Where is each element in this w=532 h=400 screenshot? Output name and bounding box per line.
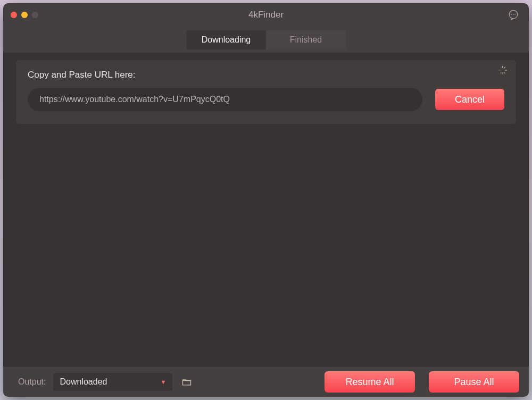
content-area: Copy and Paste URL here: Cancel — [3, 53, 529, 366]
caret-down-icon: ▼ — [161, 379, 167, 385]
output-folder-select[interactable]: Downloaded ▼ — [53, 373, 172, 391]
output-folder-value: Downloaded — [60, 377, 107, 387]
window-title: 4kFinder — [3, 10, 529, 20]
svg-point-2 — [513, 14, 514, 15]
open-folder-icon[interactable] — [180, 376, 194, 388]
svg-point-1 — [511, 14, 512, 15]
resume-all-button[interactable]: Resume All — [325, 371, 415, 393]
url-panel: Copy and Paste URL here: Cancel — [16, 60, 516, 124]
traffic-lights — [11, 12, 38, 18]
url-panel-label: Copy and Paste URL here: — [28, 70, 504, 80]
close-icon[interactable] — [11, 12, 17, 18]
url-input[interactable] — [28, 88, 422, 111]
output-label: Output: — [18, 377, 46, 387]
pause-all-button[interactable]: Pause All — [429, 371, 519, 393]
svg-line-5 — [504, 67, 505, 68]
minimize-icon[interactable] — [21, 12, 28, 18]
tab-bar: Downloading Finished — [3, 27, 529, 53]
tab-group: Downloading Finished — [186, 30, 346, 49]
feedback-icon[interactable] — [508, 9, 519, 21]
footer-bar: Output: Downloaded ▼ Resume All Pause Al… — [3, 366, 529, 397]
svg-line-7 — [504, 72, 505, 73]
svg-line-9 — [501, 72, 502, 73]
url-panel-row: Cancel — [28, 88, 504, 111]
zoom-icon[interactable] — [32, 12, 38, 18]
cancel-button[interactable]: Cancel — [435, 89, 504, 110]
tab-downloading[interactable]: Downloading — [186, 30, 266, 49]
app-window: 4kFinder Downloading Finished — [3, 3, 529, 397]
tab-finished[interactable]: Finished — [266, 30, 346, 49]
loading-spinner-icon — [498, 65, 508, 75]
svg-point-3 — [514, 14, 516, 15]
svg-line-11 — [501, 67, 502, 68]
titlebar: 4kFinder — [3, 3, 529, 27]
